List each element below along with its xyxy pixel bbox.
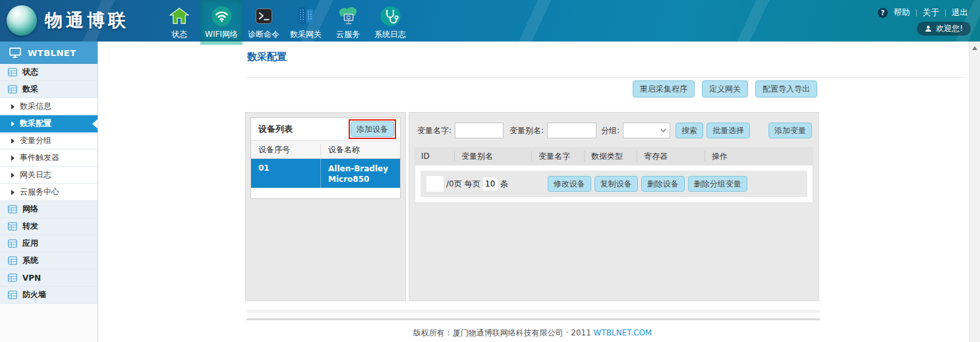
unit-label: 条 <box>500 179 508 190</box>
column-device-no: 设备序号 <box>251 144 320 156</box>
variable-alias-label: 变量别名: <box>509 125 544 136</box>
divider <box>246 318 820 320</box>
group-label: 分组: <box>601 125 620 136</box>
sidebar: WTBLNET 状态 数采 数采信息 数采配置 变量分组 事件触发器 网关日 <box>0 42 98 342</box>
help-icon: ? <box>878 8 888 18</box>
arrow-right-icon <box>11 121 14 127</box>
site-link[interactable]: WTBLNET.COM <box>594 328 652 337</box>
device-list-header: 设备列表 添加设备 <box>251 118 400 140</box>
variable-panel: 变量名字: 变量别名: 分组: 搜索 批量选择 添加变量 ID 变量别名 变量 <box>409 112 819 301</box>
grid-icon <box>8 291 17 299</box>
column-operation: 操作 <box>705 151 813 161</box>
chevron-down-icon <box>660 128 666 132</box>
variable-alias-input[interactable] <box>547 123 596 138</box>
search-button[interactable]: 搜索 <box>676 123 703 138</box>
arrow-right-icon <box>11 173 14 178</box>
help-link[interactable]: 帮助 <box>894 7 910 18</box>
delete-device-button[interactable]: 删除设备 <box>641 176 685 192</box>
copyright-text: 版权所有：厦门物通博联网络科技有限公司 · 2011 <box>413 328 591 337</box>
device-list-card: 设备列表 添加设备 设备序号 设备名称 01 Allen-Bradley Mic… <box>250 117 401 199</box>
define-gateway-button[interactable]: 定义网关 <box>702 80 748 98</box>
sidebar-item-firewall[interactable]: 防火墙 <box>0 287 98 304</box>
variable-name-label: 变量名字: <box>417 125 451 136</box>
variable-table: ID 变量别名 变量名字 数据类型 寄存器 操作 /0页 每页 条 <box>415 147 813 203</box>
per-page-input[interactable] <box>483 177 498 190</box>
column-variable-alias: 变量别名 <box>454 151 531 161</box>
batch-select-button[interactable]: 批量选择 <box>706 123 750 138</box>
modify-device-button[interactable]: 修改设备 <box>548 176 591 192</box>
scroll-up-icon[interactable] <box>972 46 977 50</box>
sidebar-item-cloud-center[interactable]: 云服务中心 <box>0 184 98 201</box>
page-title: 数采配置 <box>247 51 287 63</box>
variable-table-body: /0页 每页 条 修改设备 复制设备 删除设备 删除分组变量 <box>415 165 813 203</box>
sidebar-item-data-acquisition[interactable]: 数采 <box>0 81 98 98</box>
nav-item-data-gateway[interactable]: 数采网关 <box>285 0 327 42</box>
variable-table-header: ID 变量别名 变量名字 数据类型 寄存器 操作 <box>415 147 813 165</box>
add-device-button[interactable]: 添加设备 <box>351 121 394 137</box>
grid-icon <box>8 85 17 94</box>
sidebar-item-gateway-log[interactable]: 网关日志 <box>0 167 98 184</box>
sidebar-item-da-config[interactable]: 数采配置 <box>0 115 98 132</box>
device-action-buttons: 修改设备 复制设备 删除设备 删除分组变量 <box>548 176 747 192</box>
group-select[interactable] <box>623 123 670 138</box>
divider <box>916 9 917 16</box>
sidebar-item-da-info[interactable]: 数采信息 <box>0 98 98 115</box>
copy-device-button[interactable]: 复制设备 <box>594 176 638 192</box>
terminal-icon <box>254 5 274 27</box>
delete-group-variable-button[interactable]: 删除分组变量 <box>688 176 747 192</box>
grid-icon <box>8 68 17 76</box>
device-no: 01 <box>251 159 320 188</box>
about-link[interactable]: 关于 <box>923 7 939 18</box>
sidebar-header: WTBLNET <box>0 42 98 64</box>
sidebar-item-application[interactable]: 应用 <box>0 235 98 252</box>
monitor-icon <box>9 47 21 58</box>
nav-item-wifi-network[interactable]: WIFI网络 <box>200 0 243 42</box>
grid-icon <box>8 273 17 282</box>
config-import-export-button[interactable]: 配置导入导出 <box>755 80 817 98</box>
pagination-bar: /0页 每页 条 修改设备 复制设备 删除设备 删除分组变量 <box>420 171 807 197</box>
annotation-highlight-box: 添加设备 <box>349 119 396 139</box>
nav-item-status[interactable]: 状态 <box>158 0 200 42</box>
wifi-icon <box>211 5 233 27</box>
log-icon <box>380 5 401 27</box>
page: 物通博联 状态 WIFI网络 <box>0 0 980 342</box>
brand-logo-icon <box>7 5 37 36</box>
grid-icon <box>8 256 17 265</box>
logout-link[interactable]: 退出 <box>952 7 968 18</box>
sidebar-item-system[interactable]: 系统 <box>0 252 98 270</box>
welcome-button[interactable]: 欢迎您! <box>917 22 971 36</box>
sidebar-item-vpn[interactable]: VPN <box>0 270 98 287</box>
header-links: ? 帮助 关于 退出 <box>878 7 968 18</box>
nav-item-cloud-service[interactable]: 云服务 <box>327 0 369 42</box>
device-row[interactable]: 01 Allen-Bradley Micro850 <box>251 159 400 188</box>
nav-item-diagnostic-command[interactable]: 诊断命令 <box>243 0 285 42</box>
divider <box>246 310 820 313</box>
device-row-empty <box>251 188 400 198</box>
welcome-label: 欢迎您! <box>936 23 963 34</box>
nav-item-system-log[interactable]: 系统日志 <box>369 0 411 42</box>
page-total-label: /0页 <box>446 179 462 190</box>
sidebar-title: WTBLNET <box>28 48 76 58</box>
page-actions: 重启采集程序 定义网关 配置导入导出 <box>246 80 817 98</box>
grid-icon <box>8 205 17 214</box>
column-device-name: 设备名称 <box>320 144 400 156</box>
column-register: 寄存器 <box>637 151 705 161</box>
add-variable-button[interactable]: 添加变量 <box>768 123 812 138</box>
sidebar-item-variable-group[interactable]: 变量分组 <box>0 132 98 150</box>
restart-collector-button[interactable]: 重启采集程序 <box>633 80 695 98</box>
main-content: 数采配置 重启采集程序 定义网关 配置导入导出 设备列表 添加设备 设备序号 设… <box>98 42 969 342</box>
sidebar-item-event-trigger[interactable]: 事件触发器 <box>0 150 98 167</box>
gateway-icon <box>295 5 316 27</box>
column-id: ID <box>415 151 454 161</box>
page-number-input[interactable] <box>426 176 444 192</box>
arrow-right-icon <box>11 138 14 144</box>
brand-logo-text: 物通博联 <box>45 9 129 32</box>
sidebar-item-forwarding[interactable]: 转发 <box>0 218 98 235</box>
variable-name-input[interactable] <box>455 123 504 138</box>
cloud-icon <box>336 5 360 27</box>
sidebar-item-status[interactable]: 状态 <box>0 64 98 81</box>
user-icon <box>925 25 932 32</box>
sidebar-item-network[interactable]: 网络 <box>0 201 98 218</box>
device-list-title: 设备列表 <box>258 123 293 135</box>
scrollbar[interactable] <box>969 42 980 342</box>
